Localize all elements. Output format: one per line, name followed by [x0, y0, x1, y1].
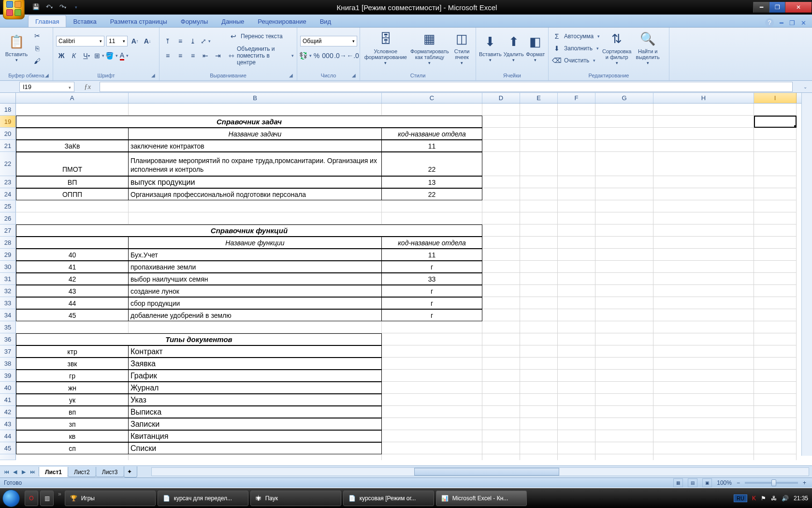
cell[interactable] [520, 116, 558, 128]
cell[interactable] [653, 430, 754, 442]
cell[interactable] [382, 212, 482, 224]
row-header[interactable]: 28 [0, 237, 16, 249]
cell[interactable] [129, 212, 382, 224]
cell[interactable] [653, 333, 754, 345]
cell[interactable] [754, 285, 797, 297]
row-header[interactable]: 40 [0, 382, 16, 394]
cell[interactable] [558, 104, 595, 116]
row-header[interactable]: 26 [0, 212, 16, 224]
zoom-slider[interactable] [745, 482, 798, 484]
cell[interactable] [754, 382, 797, 394]
cell[interactable] [520, 442, 558, 454]
cell[interactable]: 43 [16, 285, 129, 297]
col-header-i[interactable]: I [754, 93, 797, 103]
cell[interactable]: сбор продукции [129, 297, 382, 309]
cell[interactable] [595, 370, 653, 382]
cell[interactable] [595, 406, 653, 418]
cell[interactable]: г [382, 297, 482, 309]
cell[interactable] [482, 430, 520, 442]
row-header[interactable]: 35 [0, 321, 16, 333]
cell[interactable]: 42 [16, 273, 129, 285]
tab-page-layout[interactable]: Разметка страницы [103, 15, 174, 27]
view-page-layout-icon[interactable]: ▤ [688, 478, 697, 487]
cell[interactable] [482, 212, 520, 224]
delete-cells-button[interactable]: ⬆Удалить▾ [504, 30, 524, 67]
expand-formula-bar-icon[interactable]: ⌄ [803, 84, 812, 90]
cell[interactable] [595, 273, 653, 285]
taskbar-item[interactable]: 🕷Паук [250, 491, 341, 506]
merge-center-button[interactable]: ⇿Объединить и поместить в центре [228, 45, 294, 66]
cell[interactable] [595, 212, 653, 224]
cell[interactable] [520, 358, 558, 370]
cell[interactable]: пропахивание земли [129, 261, 382, 273]
row-header[interactable]: 38 [0, 358, 16, 370]
font-size-combo[interactable]: 11▾ [106, 36, 128, 46]
cell[interactable] [558, 152, 595, 176]
tray-antivirus-icon[interactable]: K [752, 495, 756, 502]
cell[interactable] [595, 104, 653, 116]
decrease-indent-icon[interactable]: ⇤ [200, 50, 211, 61]
cell[interactable] [754, 261, 797, 273]
cell[interactable] [653, 116, 754, 128]
cell[interactable] [16, 128, 129, 140]
cell[interactable]: График [129, 370, 382, 382]
row-header[interactable]: 36 [0, 333, 16, 345]
row-header[interactable]: 31 [0, 273, 16, 285]
cell[interactable] [595, 224, 653, 237]
cell[interactable] [653, 382, 754, 394]
align-bottom-icon[interactable]: ⤓ [188, 36, 198, 46]
cell[interactable]: 40 [16, 249, 129, 261]
zoom-in-icon[interactable]: + [803, 479, 806, 486]
cell[interactable]: 13 [382, 176, 482, 188]
border-icon[interactable]: ⊞ [94, 50, 104, 61]
undo-icon[interactable]: ↶▾ [46, 3, 54, 11]
cell[interactable] [754, 176, 797, 188]
cell[interactable] [653, 176, 754, 188]
cell[interactable] [520, 152, 558, 176]
cell[interactable]: Планирование мероприятий по охране труда… [129, 152, 382, 176]
cell[interactable] [482, 116, 520, 128]
row-header[interactable]: 29 [0, 249, 16, 261]
align-left-icon[interactable]: ≡ [162, 50, 173, 61]
row-header[interactable]: 18 [0, 104, 16, 116]
cell[interactable] [653, 321, 754, 333]
decrease-decimal-icon[interactable]: ←.0 [348, 50, 358, 61]
cell[interactable]: г [382, 285, 482, 297]
cell[interactable] [558, 297, 595, 309]
cell[interactable] [595, 333, 653, 345]
cell[interactable] [16, 200, 129, 212]
cell[interactable] [754, 430, 797, 442]
cell[interactable] [754, 237, 797, 249]
cell[interactable] [595, 285, 653, 297]
cell[interactable] [558, 382, 595, 394]
cell[interactable] [382, 321, 482, 333]
cell[interactable] [754, 224, 797, 237]
cell[interactable] [653, 418, 754, 430]
cell[interactable] [754, 152, 797, 176]
cell[interactable] [754, 345, 797, 358]
cell[interactable]: Название задачи [129, 128, 382, 140]
cell[interactable] [482, 104, 520, 116]
cell[interactable]: Контракт [129, 345, 382, 358]
sheet-nav-prev-icon[interactable]: ◀ [11, 469, 19, 475]
cell[interactable] [595, 418, 653, 430]
sheet-tab-1[interactable]: Лист1 [39, 467, 68, 477]
cell[interactable]: 33 [382, 273, 482, 285]
underline-icon[interactable]: Ч▾ [81, 50, 92, 61]
cell[interactable] [558, 442, 595, 454]
comma-icon[interactable]: 000 [322, 50, 333, 61]
cell[interactable] [482, 152, 520, 176]
tray-network-icon[interactable]: 🖧 [771, 495, 777, 502]
cell[interactable] [558, 188, 595, 200]
cell[interactable] [754, 212, 797, 224]
row-header[interactable]: 22 [0, 152, 16, 176]
cell[interactable] [558, 370, 595, 382]
cell[interactable] [595, 382, 653, 394]
cell[interactable] [520, 212, 558, 224]
cell[interactable] [16, 321, 129, 333]
cell[interactable]: Журнал [129, 382, 382, 394]
col-header-f[interactable]: F [558, 93, 595, 103]
cell[interactable]: выбор наилучших семян [129, 273, 382, 285]
copy-icon[interactable]: ⎘ [32, 43, 43, 54]
cell[interactable] [520, 140, 558, 152]
